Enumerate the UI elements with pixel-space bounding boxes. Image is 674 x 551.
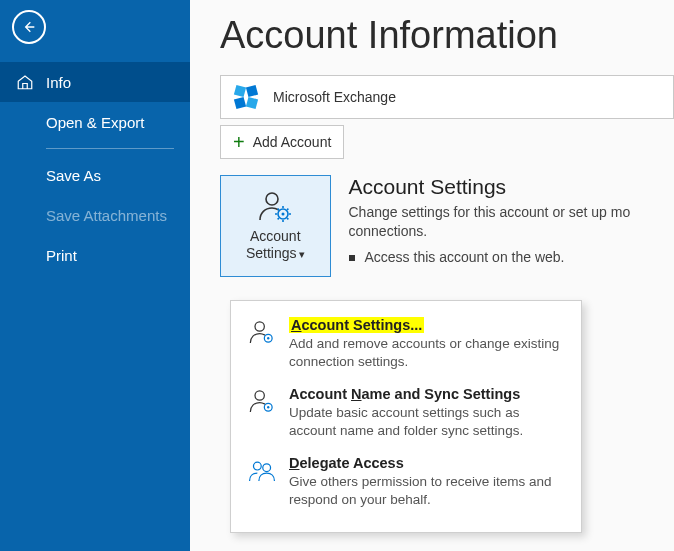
account-settings-row: Account Settings▾ Account Settings Chang… [220, 175, 674, 277]
nav-item-print[interactable]: Print [0, 235, 190, 275]
people-icon [247, 455, 277, 485]
svg-point-2 [282, 212, 285, 215]
menu-title: Account Name and Sync Settings [289, 386, 563, 402]
nav-label: Save As [46, 167, 101, 184]
menu-title: Account Settings... [289, 317, 424, 333]
nav-label: Open & Export [46, 114, 144, 131]
account-settings-menu: Account Settings... Add and remove accou… [230, 300, 582, 533]
section-desc: Change settings for this account or set … [349, 203, 675, 241]
bullet-access-web: Access this account on the web. [349, 249, 675, 265]
big-btn-line2: Settings [246, 245, 297, 261]
menu-desc: Update basic account settings such as ac… [289, 404, 563, 439]
nav-item-save-attachments: Save Attachments [0, 195, 190, 235]
svg-point-10 [263, 464, 271, 472]
plus-icon: + [233, 132, 245, 152]
svg-point-0 [266, 193, 278, 205]
person-gear-icon [247, 317, 277, 347]
svg-point-8 [267, 406, 269, 408]
menu-item-account-settings[interactable]: Account Settings... Add and remove accou… [233, 311, 579, 380]
menu-desc: Add and remove accounts or change existi… [289, 335, 563, 370]
svg-point-9 [253, 462, 261, 470]
menu-item-delegate-access[interactable]: Delegate Access Give others permission t… [233, 449, 579, 518]
person-gear-icon [247, 386, 277, 416]
nav-label: Print [46, 247, 77, 264]
nav-label: Info [46, 74, 71, 91]
big-btn-line1: Account [250, 228, 301, 244]
home-icon [16, 73, 34, 91]
nav-item-info[interactable]: Info [0, 62, 190, 102]
chevron-down-icon: ▾ [299, 248, 305, 260]
add-account-label: Add Account [253, 134, 332, 150]
section-title: Account Settings [349, 175, 675, 199]
svg-point-6 [255, 391, 264, 400]
add-account-button[interactable]: + Add Account [220, 125, 344, 159]
account-settings-text: Account Settings Change settings for thi… [349, 175, 675, 265]
back-button[interactable] [12, 10, 46, 44]
person-gear-icon [257, 190, 293, 222]
arrow-left-icon [21, 19, 37, 35]
page-title: Account Information [220, 14, 674, 57]
menu-desc: Give others permission to receive items … [289, 473, 563, 508]
nav: Info Open & Export Save As Save Attachme… [0, 62, 190, 275]
nav-label: Save Attachments [46, 207, 167, 224]
menu-item-name-sync[interactable]: Account Name and Sync Settings Update ba… [233, 380, 579, 449]
nav-item-open-export[interactable]: Open & Export [0, 102, 190, 142]
nav-item-save-as[interactable]: Save As [0, 155, 190, 195]
account-settings-button[interactable]: Account Settings▾ [220, 175, 331, 277]
svg-point-3 [255, 322, 264, 331]
bullet-text: Access this account on the web. [365, 249, 565, 265]
account-service-label: Microsoft Exchange [273, 89, 396, 105]
svg-point-5 [267, 337, 269, 339]
sidebar: Info Open & Export Save As Save Attachme… [0, 0, 190, 551]
account-selector[interactable]: Microsoft Exchange [220, 75, 674, 119]
nav-separator [46, 148, 174, 149]
menu-title: Delegate Access [289, 455, 563, 471]
bullet-icon [349, 255, 355, 261]
exchange-icon [233, 84, 259, 110]
